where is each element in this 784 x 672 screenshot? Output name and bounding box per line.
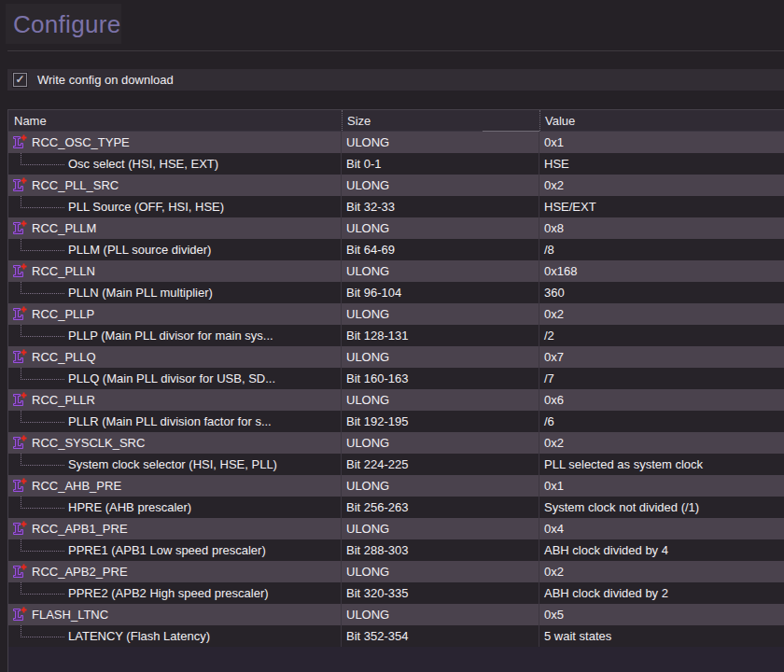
cell-size: ULONG	[342, 346, 539, 368]
table-row[interactable]: System clock selector (HSI, HSE, PLL)Bit…	[8, 454, 784, 475]
register-icon	[12, 607, 27, 623]
tree-branch-icon	[21, 239, 64, 251]
tree-branch-icon	[21, 282, 64, 294]
tree-branch-icon	[21, 368, 64, 380]
cell-value[interactable]: 0x1	[539, 132, 784, 153]
cell-value[interactable]: 0x2	[539, 561, 784, 582]
cell-name: RCC_OSC_TYPE	[8, 132, 342, 153]
cell-size: Bit 32-33	[342, 196, 539, 217]
cell-value[interactable]: 360	[539, 282, 784, 303]
tree-branch-icon	[21, 582, 64, 595]
table-row[interactable]: RCC_PLL_SRCULONG0x2	[8, 175, 784, 196]
table-row[interactable]: RCC_APB1_PREULONG0x4	[8, 518, 784, 539]
cell-size: ULONG	[342, 604, 539, 625]
cell-value[interactable]: 0x8	[539, 217, 784, 239]
cell-name: RCC_PLLN	[8, 260, 342, 282]
table-row[interactable]: RCC_PLLNULONG0x168	[8, 260, 784, 282]
table-row[interactable]: RCC_PLLMULONG0x8	[8, 217, 784, 239]
register-name: RCC_PLLN	[32, 260, 95, 282]
cell-size: ULONG	[342, 518, 539, 539]
table-row[interactable]: RCC_SYSCLK_SRCULONG0x2	[8, 432, 784, 454]
table-row[interactable]: RCC_OSC_TYPEULONG0x1	[8, 132, 784, 153]
table-row[interactable]: PPRE1 (APB1 Low speed prescaler)Bit 288-…	[8, 539, 784, 561]
cell-value[interactable]: 5 wait states	[539, 625, 784, 647]
cell-size: Bit 352-354	[342, 625, 539, 647]
cell-value[interactable]: /7	[539, 368, 784, 389]
cell-value[interactable]: HSE/EXT	[539, 196, 784, 217]
register-name: RCC_PLLM	[32, 217, 96, 239]
cell-name: RCC_APB2_PRE	[8, 561, 342, 582]
tree-branch-icon	[21, 153, 64, 165]
title-divider	[7, 50, 784, 51]
table-row[interactable]: RCC_APB2_PREULONG0x2	[8, 561, 784, 582]
cell-value[interactable]: 0x1	[539, 475, 784, 497]
cell-size: Bit 160-163	[342, 368, 539, 389]
register-icon	[12, 177, 27, 193]
cell-name: RCC_PLLM	[8, 217, 342, 239]
cell-size: Bit 96-104	[342, 282, 539, 303]
tree-branch-icon	[21, 411, 64, 423]
column-header-size[interactable]: Size	[342, 110, 539, 131]
register-name: FLASH_LTNC	[32, 604, 108, 625]
table-row[interactable]: HPRE (AHB prescaler)Bit 256-263System cl…	[8, 497, 784, 518]
cell-value[interactable]: ABH clock divided by 4	[539, 539, 784, 561]
cell-value[interactable]: 0x7	[539, 346, 784, 368]
register-name: RCC_PLLQ	[32, 346, 96, 368]
table-row[interactable]: PLLP (Main PLL divisor for main sys...Bi…	[8, 325, 784, 346]
cell-value[interactable]: PLL selected as system clock	[539, 454, 784, 475]
table-row[interactable]: PLLM (PLL source divider)Bit 64-69/8	[8, 239, 784, 260]
cell-value[interactable]: /2	[539, 325, 784, 346]
cell-value[interactable]: HSE	[539, 153, 784, 175]
table-row[interactable]: RCC_PLLPULONG0x2	[8, 303, 784, 325]
cell-name: RCC_PLLQ	[8, 346, 342, 368]
cell-value[interactable]: 0x6	[539, 389, 784, 411]
register-name: RCC_AHB_PRE	[32, 475, 121, 497]
column-header-name[interactable]: Name	[8, 110, 342, 131]
cell-size: ULONG	[342, 389, 539, 411]
cell-name: LATENCY (Flash Latency)	[8, 625, 342, 647]
table-row[interactable]: PLLQ (Main PLL divisor for USB, SD...Bit…	[8, 368, 784, 389]
cell-value[interactable]: 0x2	[539, 432, 784, 454]
table-row[interactable]: RCC_PLLRULONG0x6	[8, 389, 784, 411]
register-name: RCC_SYSCLK_SRC	[32, 432, 145, 454]
cell-value[interactable]: 0x4	[539, 518, 784, 539]
table-row[interactable]: PLL Source (OFF, HSI, HSE)Bit 32-33HSE/E…	[8, 196, 784, 217]
write-config-row[interactable]: ✓ Write config on download	[7, 69, 784, 91]
tree-branch-icon	[21, 325, 64, 337]
table-row[interactable]: LATENCY (Flash Latency)Bit 352-3545 wait…	[8, 625, 784, 647]
cell-value[interactable]: 0x2	[539, 175, 784, 196]
cell-value[interactable]: 0x5	[539, 604, 784, 625]
register-name: PPRE2 (APB2 High speed prescaler)	[68, 582, 269, 604]
cell-name: PLLM (PLL source divider)	[8, 239, 342, 260]
cell-value[interactable]: 0x2	[539, 303, 784, 325]
table-row[interactable]: PLLR (Main PLL division factor for s...B…	[8, 411, 784, 432]
register-name: RCC_APB2_PRE	[32, 561, 128, 582]
table-row[interactable]: RCC_PLLQULONG0x7	[8, 346, 784, 368]
column-header-value[interactable]: Value	[539, 110, 784, 131]
cell-value[interactable]: System clock not divided (/1)	[539, 497, 784, 518]
table-row[interactable]: PPRE2 (APB2 High speed prescaler)Bit 320…	[8, 582, 784, 604]
cell-value[interactable]: 0x168	[539, 260, 784, 282]
table-row[interactable]: RCC_AHB_PREULONG0x1	[8, 475, 784, 497]
register-name: RCC_OSC_TYPE	[32, 132, 130, 153]
register-name: HPRE (AHB prescaler)	[68, 497, 191, 518]
cell-name: PLLN (Main PLL multiplier)	[8, 282, 342, 303]
cell-name: RCC_SYSCLK_SRC	[8, 432, 342, 454]
cell-value[interactable]: /6	[539, 411, 784, 432]
cell-value[interactable]: /8	[539, 239, 784, 260]
cell-size: ULONG	[342, 561, 539, 582]
register-name: PLLQ (Main PLL divisor for USB, SD...	[68, 368, 275, 389]
register-icon	[12, 564, 27, 580]
write-config-checkbox[interactable]: ✓	[13, 73, 27, 87]
tree-branch-icon	[21, 625, 64, 637]
register-icon	[12, 306, 27, 322]
write-config-label: Write config on download	[37, 73, 174, 87]
cell-value[interactable]: ABH clock divided by 2	[539, 582, 784, 604]
table-row[interactable]: Osc select (HSI, HSE, EXT)Bit 0-1HSE	[8, 153, 784, 175]
table-row[interactable]: PLLN (Main PLL multiplier)Bit 96-104360	[8, 282, 784, 303]
cell-size: Bit 0-1	[342, 153, 539, 175]
cell-size: Bit 192-195	[342, 411, 539, 432]
register-name: System clock selector (HSI, HSE, PLL)	[68, 454, 277, 475]
tree-branch-icon	[21, 454, 64, 466]
table-row[interactable]: FLASH_LTNCULONG0x5	[8, 604, 784, 625]
